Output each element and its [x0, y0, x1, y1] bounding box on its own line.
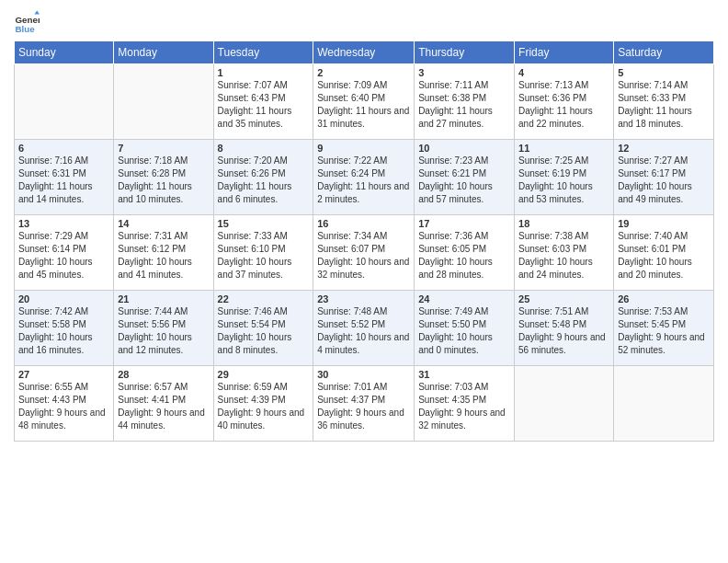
calendar-cell: 4Sunrise: 7:13 AM Sunset: 6:36 PM Daylig…	[515, 64, 614, 140]
day-number: 24	[418, 293, 510, 304]
day-info: Sunrise: 7:44 AM Sunset: 5:56 PM Dayligh…	[118, 305, 209, 357]
day-number: 22	[218, 293, 310, 304]
day-number: 10	[418, 143, 510, 154]
day-info: Sunrise: 7:18 AM Sunset: 6:28 PM Dayligh…	[118, 155, 209, 206]
calendar-week-3: 13Sunrise: 7:29 AM Sunset: 6:14 PM Dayli…	[15, 215, 714, 291]
day-number: 9	[317, 143, 410, 154]
day-number: 13	[18, 218, 109, 229]
day-info: Sunrise: 7:40 AM Sunset: 6:01 PM Dayligh…	[618, 230, 710, 282]
calendar-cell: 15Sunrise: 7:33 AM Sunset: 6:10 PM Dayli…	[213, 215, 313, 291]
day-number: 28	[118, 369, 209, 380]
calendar-cell: 30Sunrise: 7:01 AM Sunset: 4:37 PM Dayli…	[313, 366, 415, 442]
calendar-table: SundayMondayTuesdayWednesdayThursdayFrid…	[14, 40, 714, 442]
calendar-cell: 6Sunrise: 7:16 AM Sunset: 6:31 PM Daylig…	[15, 140, 114, 215]
day-info: Sunrise: 7:38 AM Sunset: 6:03 PM Dayligh…	[518, 230, 609, 282]
day-info: Sunrise: 7:07 AM Sunset: 6:43 PM Dayligh…	[218, 79, 310, 131]
calendar-cell: 31Sunrise: 7:03 AM Sunset: 4:35 PM Dayli…	[415, 366, 515, 442]
calendar-week-4: 20Sunrise: 7:42 AM Sunset: 5:58 PM Dayli…	[15, 291, 714, 366]
day-info: Sunrise: 7:33 AM Sunset: 6:10 PM Dayligh…	[218, 230, 310, 282]
calendar-cell: 17Sunrise: 7:36 AM Sunset: 6:05 PM Dayli…	[415, 215, 515, 291]
day-number: 2	[317, 67, 410, 78]
calendar-cell: 18Sunrise: 7:38 AM Sunset: 6:03 PM Dayli…	[515, 215, 614, 291]
day-number: 14	[118, 218, 209, 229]
page-header: General Blue	[14, 9, 714, 35]
calendar-cell	[614, 366, 714, 442]
day-number: 3	[418, 67, 510, 78]
day-number: 26	[618, 293, 710, 304]
day-info: Sunrise: 7:48 AM Sunset: 5:52 PM Dayligh…	[317, 305, 410, 357]
day-number: 16	[317, 218, 410, 229]
day-info: Sunrise: 7:42 AM Sunset: 5:58 PM Dayligh…	[18, 305, 109, 357]
day-info: Sunrise: 7:03 AM Sunset: 4:35 PM Dayligh…	[418, 381, 510, 432]
day-number: 21	[118, 293, 209, 304]
day-header-friday: Friday	[515, 41, 614, 64]
calendar-header-row: SundayMondayTuesdayWednesdayThursdayFrid…	[15, 41, 714, 64]
calendar-cell: 25Sunrise: 7:51 AM Sunset: 5:48 PM Dayli…	[515, 291, 614, 366]
calendar-cell: 7Sunrise: 7:18 AM Sunset: 6:28 PM Daylig…	[114, 140, 213, 215]
day-info: Sunrise: 7:11 AM Sunset: 6:38 PM Dayligh…	[418, 79, 510, 131]
day-info: Sunrise: 7:29 AM Sunset: 6:14 PM Dayligh…	[18, 230, 109, 282]
day-info: Sunrise: 6:57 AM Sunset: 4:41 PM Dayligh…	[118, 381, 209, 432]
calendar-cell: 10Sunrise: 7:23 AM Sunset: 6:21 PM Dayli…	[415, 140, 515, 215]
svg-text:Blue: Blue	[15, 24, 35, 34]
day-info: Sunrise: 7:23 AM Sunset: 6:21 PM Dayligh…	[418, 155, 510, 206]
svg-marker-2	[34, 10, 40, 14]
day-info: Sunrise: 7:46 AM Sunset: 5:54 PM Dayligh…	[218, 305, 310, 357]
day-header-monday: Monday	[114, 41, 213, 64]
day-info: Sunrise: 7:34 AM Sunset: 6:07 PM Dayligh…	[317, 230, 410, 282]
day-number: 25	[518, 293, 609, 304]
day-number: 18	[518, 218, 609, 229]
calendar-cell: 19Sunrise: 7:40 AM Sunset: 6:01 PM Dayli…	[614, 215, 714, 291]
day-number: 19	[618, 218, 710, 229]
calendar-cell: 20Sunrise: 7:42 AM Sunset: 5:58 PM Dayli…	[15, 291, 114, 366]
day-info: Sunrise: 7:51 AM Sunset: 5:48 PM Dayligh…	[518, 305, 609, 357]
calendar-cell	[15, 64, 114, 140]
day-number: 15	[218, 218, 310, 229]
calendar-cell: 9Sunrise: 7:22 AM Sunset: 6:24 PM Daylig…	[313, 140, 415, 215]
logo: General Blue	[14, 9, 40, 35]
day-info: Sunrise: 7:16 AM Sunset: 6:31 PM Dayligh…	[18, 155, 109, 206]
day-header-tuesday: Tuesday	[213, 41, 313, 64]
calendar-cell: 5Sunrise: 7:14 AM Sunset: 6:33 PM Daylig…	[614, 64, 714, 140]
day-info: Sunrise: 7:01 AM Sunset: 4:37 PM Dayligh…	[317, 381, 410, 432]
day-info: Sunrise: 7:25 AM Sunset: 6:19 PM Dayligh…	[518, 155, 609, 206]
day-info: Sunrise: 7:20 AM Sunset: 6:26 PM Dayligh…	[218, 155, 310, 206]
calendar-cell: 29Sunrise: 6:59 AM Sunset: 4:39 PM Dayli…	[213, 366, 313, 442]
day-info: Sunrise: 7:14 AM Sunset: 6:33 PM Dayligh…	[618, 79, 710, 131]
day-number: 20	[18, 293, 109, 304]
day-info: Sunrise: 6:59 AM Sunset: 4:39 PM Dayligh…	[218, 381, 310, 432]
calendar-cell: 26Sunrise: 7:53 AM Sunset: 5:45 PM Dayli…	[614, 291, 714, 366]
day-info: Sunrise: 7:31 AM Sunset: 6:12 PM Dayligh…	[118, 230, 209, 282]
day-number: 11	[518, 143, 609, 154]
day-number: 17	[418, 218, 510, 229]
day-info: Sunrise: 7:36 AM Sunset: 6:05 PM Dayligh…	[418, 230, 510, 282]
day-info: Sunrise: 7:13 AM Sunset: 6:36 PM Dayligh…	[518, 79, 609, 131]
logo-icon: General Blue	[14, 9, 40, 35]
day-info: Sunrise: 7:27 AM Sunset: 6:17 PM Dayligh…	[618, 155, 710, 206]
day-header-wednesday: Wednesday	[313, 41, 415, 64]
day-header-thursday: Thursday	[415, 41, 515, 64]
calendar-cell: 8Sunrise: 7:20 AM Sunset: 6:26 PM Daylig…	[213, 140, 313, 215]
calendar-cell: 23Sunrise: 7:48 AM Sunset: 5:52 PM Dayli…	[313, 291, 415, 366]
calendar-cell: 1Sunrise: 7:07 AM Sunset: 6:43 PM Daylig…	[213, 64, 313, 140]
calendar-cell: 2Sunrise: 7:09 AM Sunset: 6:40 PM Daylig…	[313, 64, 415, 140]
calendar-cell: 27Sunrise: 6:55 AM Sunset: 4:43 PM Dayli…	[15, 366, 114, 442]
calendar-week-2: 6Sunrise: 7:16 AM Sunset: 6:31 PM Daylig…	[15, 140, 714, 215]
day-number: 31	[418, 369, 510, 380]
day-header-saturday: Saturday	[614, 41, 714, 64]
day-info: Sunrise: 7:49 AM Sunset: 5:50 PM Dayligh…	[418, 305, 510, 357]
calendar-cell	[515, 366, 614, 442]
calendar-cell: 24Sunrise: 7:49 AM Sunset: 5:50 PM Dayli…	[415, 291, 515, 366]
calendar-cell: 12Sunrise: 7:27 AM Sunset: 6:17 PM Dayli…	[614, 140, 714, 215]
day-info: Sunrise: 7:53 AM Sunset: 5:45 PM Dayligh…	[618, 305, 710, 357]
day-number: 7	[118, 143, 209, 154]
day-number: 27	[18, 369, 109, 380]
calendar-cell: 11Sunrise: 7:25 AM Sunset: 6:19 PM Dayli…	[515, 140, 614, 215]
calendar-cell: 13Sunrise: 7:29 AM Sunset: 6:14 PM Dayli…	[15, 215, 114, 291]
day-number: 5	[618, 67, 710, 78]
day-info: Sunrise: 7:22 AM Sunset: 6:24 PM Dayligh…	[317, 155, 410, 206]
calendar-cell: 3Sunrise: 7:11 AM Sunset: 6:38 PM Daylig…	[415, 64, 515, 140]
calendar-cell: 21Sunrise: 7:44 AM Sunset: 5:56 PM Dayli…	[114, 291, 213, 366]
day-number: 29	[218, 369, 310, 380]
day-number: 4	[518, 67, 609, 78]
